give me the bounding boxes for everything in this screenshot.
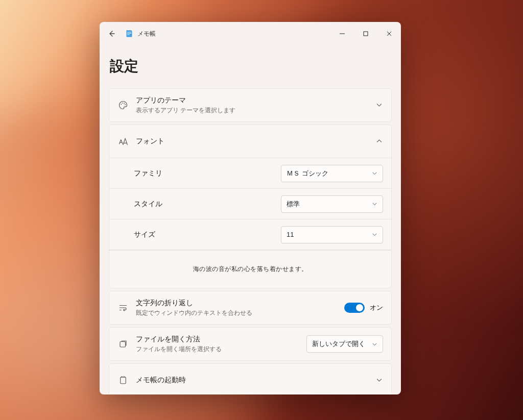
chevron-down-icon (372, 341, 377, 347)
font-style-label: スタイル (134, 200, 162, 209)
font-family-value: ＭＳ ゴシック (287, 169, 328, 178)
svg-point-10 (122, 103, 123, 104)
close-button[interactable] (377, 26, 401, 42)
chevron-up-icon (376, 138, 383, 145)
font-size-row: サイズ 11 (109, 219, 391, 250)
svg-point-11 (124, 103, 125, 104)
svg-rect-14 (121, 377, 126, 384)
open-title: ファイルを開く方法 (136, 335, 222, 344)
notepad-outline-icon (117, 375, 129, 386)
setting-word-wrap: 文字列の折り返し 既定でウィンドウ内のテキストを合わせる オン (109, 291, 392, 325)
font-header-row[interactable]: フォント (109, 125, 391, 158)
chevron-down-icon (372, 170, 377, 176)
setting-app-theme[interactable]: アプリのテーマ 表示するアプリ テーマを選択します (109, 88, 392, 122)
font-family-row: ファミリ ＭＳ ゴシック (109, 158, 391, 189)
svg-rect-2 (127, 33, 131, 34)
maximize-icon (363, 31, 368, 36)
back-arrow-icon (108, 30, 116, 38)
font-family-label: ファミリ (134, 169, 162, 178)
window-controls (330, 26, 401, 42)
startup-title: メモ帳の起動時 (136, 376, 186, 385)
notepad-icon (125, 30, 133, 38)
svg-rect-6 (129, 30, 130, 31)
minimize-icon (340, 31, 345, 36)
theme-subtitle: 表示するアプリ テーマを選択します (136, 106, 235, 115)
open-mode-value: 新しいタブで開く (312, 339, 365, 349)
wrap-toggle[interactable] (344, 303, 365, 313)
font-style-value: 標準 (287, 200, 300, 209)
font-size-select[interactable]: 11 (281, 226, 383, 243)
font-title: フォント (136, 137, 164, 146)
font-size-value: 11 (287, 231, 294, 238)
wrap-subtitle: 既定でウィンドウ内のテキストを合わせる (136, 309, 252, 317)
wrap-title: 文字列の折り返し (136, 299, 252, 308)
font-preview: 海の波の音が私の心を落ち着かせます。 (109, 250, 391, 288)
maximize-button[interactable] (354, 26, 377, 42)
chevron-down-icon (372, 201, 377, 207)
font-style-select[interactable]: 標準 (281, 195, 383, 213)
svg-rect-8 (364, 32, 368, 36)
svg-rect-7 (131, 30, 131, 31)
chevron-down-icon (376, 102, 383, 109)
svg-point-12 (125, 104, 126, 105)
window-new-icon (117, 338, 129, 350)
setting-font: フォント ファミリ ＭＳ ゴシック (109, 125, 392, 288)
open-subtitle: ファイルを開く場所を選択する (136, 345, 222, 354)
setting-startup[interactable]: メモ帳の起動時 (109, 363, 392, 394)
svg-rect-13 (120, 342, 126, 348)
svg-rect-4 (127, 30, 127, 31)
titlebar: メモ帳 (100, 22, 401, 45)
app-window: メモ帳 設定 アプリのテーマ 表示するアプリ テーマ (100, 22, 401, 394)
font-family-select[interactable]: ＭＳ ゴシック (281, 165, 383, 182)
svg-rect-3 (127, 35, 130, 35)
chevron-down-icon (372, 232, 377, 237)
minimize-button[interactable] (330, 26, 354, 42)
svg-rect-0 (127, 31, 132, 37)
svg-rect-1 (127, 32, 131, 33)
font-icon (117, 136, 129, 147)
wrap-icon (117, 302, 129, 313)
font-expanded-body: ファミリ ＭＳ ゴシック スタイル 標準 (109, 158, 391, 288)
app-title: メモ帳 (137, 30, 156, 38)
page-title: 設定 (110, 57, 392, 76)
close-icon (387, 31, 392, 36)
back-button[interactable] (103, 24, 121, 43)
palette-icon (117, 100, 129, 111)
svg-rect-5 (128, 30, 129, 31)
chevron-down-icon (376, 377, 383, 384)
open-mode-select[interactable]: 新しいタブで開く (306, 335, 383, 353)
svg-point-9 (121, 104, 122, 105)
titlebar-left: メモ帳 (103, 24, 156, 43)
font-style-row: スタイル 標準 (109, 189, 391, 219)
font-size-label: サイズ (134, 230, 155, 239)
setting-open-files: ファイルを開く方法 ファイルを開く場所を選択する 新しいタブで開く (109, 327, 392, 361)
theme-title: アプリのテーマ (136, 96, 235, 105)
settings-content[interactable]: 設定 アプリのテーマ 表示するアプリ テーマを選択します (100, 45, 401, 394)
wrap-toggle-label: オン (370, 303, 383, 312)
